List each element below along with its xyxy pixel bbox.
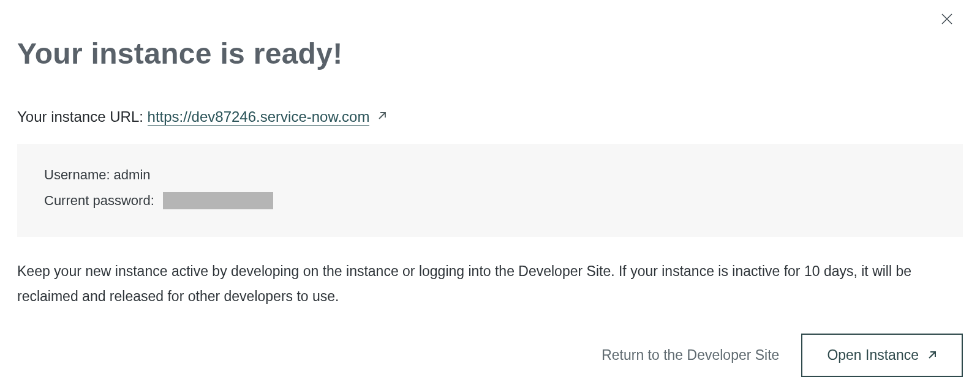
instance-ready-dialog: Your instance is ready! Your instance UR… — [0, 0, 980, 377]
close-button[interactable] — [938, 11, 956, 28]
password-row: Current password: — [44, 188, 936, 214]
open-instance-label: Open Instance — [827, 347, 919, 364]
external-link-icon — [377, 107, 387, 124]
credentials-panel: Username: admin Current password: — [17, 144, 963, 237]
svg-line-2 — [379, 113, 385, 119]
return-to-developer-site-button[interactable]: Return to the Developer Site — [601, 347, 779, 364]
instance-url-label: Your instance URL: — [17, 108, 143, 125]
username-value: admin — [114, 162, 151, 188]
instance-url-row: Your instance URL: https://dev87246.serv… — [17, 107, 963, 125]
dialog-actions: Return to the Developer Site Open Instan… — [17, 334, 963, 377]
instance-url-link[interactable]: https://dev87246.service-now.com — [148, 108, 370, 126]
username-label: Username: — [44, 162, 110, 188]
username-row: Username: admin — [44, 162, 936, 188]
inactivity-notice: Keep your new instance active by develop… — [17, 259, 948, 310]
svg-line-3 — [929, 352, 935, 358]
password-label: Current password: — [44, 188, 154, 214]
password-redacted — [163, 192, 273, 209]
dialog-title: Your instance is ready! — [17, 37, 963, 70]
close-icon — [941, 13, 953, 27]
open-instance-button[interactable]: Open Instance — [801, 334, 963, 377]
external-link-icon — [927, 347, 937, 364]
